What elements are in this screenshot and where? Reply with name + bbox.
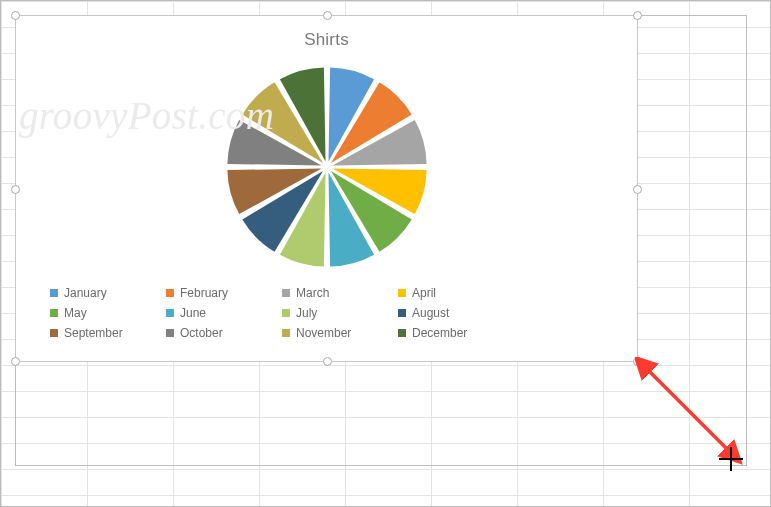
legend-label: December	[412, 326, 467, 340]
legend-swatch-icon	[50, 329, 58, 337]
resize-handle-w[interactable]	[11, 185, 20, 194]
legend-label: March	[296, 286, 329, 300]
legend-item[interactable]: December	[398, 326, 486, 340]
legend-swatch-icon	[50, 289, 58, 297]
legend-item[interactable]: March	[282, 286, 370, 300]
legend-label: September	[64, 326, 123, 340]
resize-handle-e[interactable]	[633, 185, 642, 194]
pie-chart[interactable]	[214, 54, 440, 280]
resize-handle-se[interactable]	[633, 357, 642, 366]
legend-label: October	[180, 326, 223, 340]
legend-item[interactable]: October	[166, 326, 254, 340]
chart-legend[interactable]: JanuaryFebruaryMarchAprilMayJuneJulyAugu…	[16, 280, 637, 346]
legend-item[interactable]: August	[398, 306, 486, 320]
legend-swatch-icon	[398, 309, 406, 317]
legend-swatch-icon	[166, 309, 174, 317]
legend-label: June	[180, 306, 206, 320]
legend-swatch-icon	[398, 289, 406, 297]
resize-handle-nw[interactable]	[11, 11, 20, 20]
legend-swatch-icon	[398, 329, 406, 337]
chart-object[interactable]: Shirts JanuaryFebruaryMarchAprilMayJuneJ…	[15, 15, 638, 362]
chart-title[interactable]: Shirts	[16, 16, 637, 50]
legend-item[interactable]: November	[282, 326, 370, 340]
legend-swatch-icon	[282, 329, 290, 337]
legend-label: July	[296, 306, 317, 320]
legend-swatch-icon	[282, 309, 290, 317]
legend-label: November	[296, 326, 351, 340]
resize-handle-s[interactable]	[323, 357, 332, 366]
legend-label: May	[64, 306, 87, 320]
resize-handle-n[interactable]	[323, 11, 332, 20]
legend-item[interactable]: June	[166, 306, 254, 320]
resize-handle-sw[interactable]	[11, 357, 20, 366]
legend-label: February	[180, 286, 228, 300]
legend-item[interactable]: April	[398, 286, 486, 300]
legend-label: April	[412, 286, 436, 300]
legend-label: January	[64, 286, 107, 300]
resize-handle-ne[interactable]	[633, 11, 642, 20]
legend-item[interactable]: February	[166, 286, 254, 300]
legend-swatch-icon	[166, 329, 174, 337]
legend-swatch-icon	[166, 289, 174, 297]
legend-item[interactable]: January	[50, 286, 138, 300]
legend-item[interactable]: September	[50, 326, 138, 340]
legend-item[interactable]: July	[282, 306, 370, 320]
legend-label: August	[412, 306, 449, 320]
legend-swatch-icon	[282, 289, 290, 297]
legend-swatch-icon	[50, 309, 58, 317]
legend-item[interactable]: May	[50, 306, 138, 320]
